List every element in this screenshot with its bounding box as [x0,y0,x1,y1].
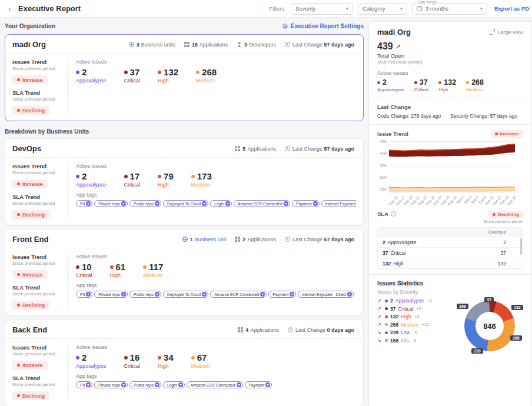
app-tag[interactable]: Public repo [129,291,161,298]
app-tag[interactable]: Deployed To Cloud [163,291,208,298]
app-tag[interactable]: Public repo [129,200,161,207]
clock-icon [285,42,290,47]
active-issues-block: Active issues 2 Appoxalypse 17 Critical [68,163,356,219]
since-label: Since previous period [12,201,62,206]
tag-badge-icon [290,292,294,297]
since-label: Since previous period [12,382,62,387]
increase-badge: Increase [12,179,48,188]
declining-badge: Declining [12,301,49,310]
tag-badge-icon [155,382,159,387]
trend-arrow-icon [377,322,383,327]
app-tag[interactable]: Login [163,381,185,388]
app-tag[interactable]: Amazon ECR Connected [210,291,267,298]
export-button[interactable]: Export as PDF [492,5,530,12]
app-tag[interactable]: Amazon ECR Connected [234,200,290,207]
issue-stat: 10 Critical [76,262,92,278]
app-tag[interactable]: Internet Exposed - Direct [298,291,354,298]
large-view-button[interactable]: Large view [490,29,523,35]
severity-dot [158,356,161,360]
active-issues-label: Active issues [76,59,356,65]
last-change-meta: Last Change 0 days ago [288,327,356,333]
your-organization-label: Your Organization [5,23,55,29]
severity-dot [385,323,388,326]
app-tag[interactable]: Payment [268,291,296,298]
app-tag[interactable]: Private repo [94,381,128,388]
date-range-label: Date range [416,0,438,4]
business-unit-card-frontend[interactable]: Front End 1Business unit 2Applications [5,229,364,316]
app-tag[interactable]: Login [210,200,232,207]
business-unit-card-backend[interactable]: Back End 4Applications Last Change 0 day… [5,320,364,406]
issue-stat: 2 Appoxalypse [377,78,404,92]
topbar-filters: Filters: Severity ▾ Category ▾ Date rang… [270,3,530,15]
page-title: Executive Report [18,4,81,13]
card-meta: 4Applications Last Change 0 days ago [238,327,356,333]
x-axis-label: Sep 8 [478,194,486,208]
tag-badge-icon [284,201,288,206]
tag-badge-icon [202,292,207,297]
issue-stat: 132 High [438,78,456,92]
severity-dot [158,175,161,178]
card-header: DevOps 5Applications Last Change 57 days… [5,139,363,158]
since-label: Since previous period [484,219,523,224]
severity-dot [377,81,380,84]
meta-icon [129,42,134,47]
panel-active-issues-row: 2 Appoxalypse 37 Critical 132 High 268 M… [377,78,523,92]
x-axis-label: Aug 23 [418,194,426,208]
severity-legend-item: 268 Medium +12 [377,322,454,328]
issue-stat: 37 Critical [124,67,141,84]
card-body: Issues Trend Since previous period Incre… [5,339,363,406]
trends-column: Issues Trend Since previous period Incre… [12,163,68,219]
table-row: 2Appoxalypse 2 [378,237,523,247]
report-settings-link[interactable]: Executive Report Settings [282,23,364,29]
severity-legend-item: 2 Appoxalypse +2 [377,298,454,304]
tag-badge-icon [86,382,91,387]
card-title: Front End [12,235,48,244]
date-range-dropdown[interactable]: Date range 3 months ▾ [412,3,487,15]
donut-label-info: 168 [457,304,468,309]
issues-by-severity-label: Issues by Severity [377,289,523,295]
previous-period-label: (415 Previous period) [377,59,523,65]
export-label: Export as PDF [494,5,530,12]
gear-icon [282,23,288,29]
app-tag[interactable]: Deployed To Cloud [163,200,208,207]
severity-dot [385,339,388,342]
app-tag[interactable]: Private repo [94,291,128,298]
clock-icon [288,327,293,332]
severity-dot [124,71,128,74]
trend-up-icon: ↗ [395,43,401,51]
app-tag[interactable]: PII [76,381,92,388]
app-tag[interactable]: PII [76,200,92,207]
org-card-body: Issues Trend Since previous period Incre… [5,54,363,121]
card-title: Back End [12,325,47,334]
active-issues-block: Active issues 2 Appoxalypse 16 Critical [68,344,356,400]
expand-icon [490,29,495,35]
issue-trend-label: Issue Trend [377,131,408,137]
app-tag[interactable]: PII [76,291,92,298]
severity-dot [76,175,79,178]
card-meta-item: 1Business unit [182,237,227,242]
table-scrollbar[interactable] [520,238,522,255]
chart-x-axis: Aug 15 Aug 17 Aug 19 Aug 21 Aug 23 Aug 2… [389,194,523,208]
donut-total: 846 [476,312,504,340]
category-filter-dropdown[interactable]: Category ▾ [358,3,407,15]
issues-trend-label: Issues Trend [12,163,62,169]
app-tag[interactable]: Amazon ECR Connected [187,381,243,388]
app-tag[interactable]: Payment [292,200,320,207]
back-icon[interactable]: ‹ [6,4,14,13]
severity-dot [158,71,161,74]
last-change-meta: Last Change 57 days ago [285,237,356,242]
since-label: Since previous period [12,261,62,266]
card-meta-item: 4Applications [238,327,279,333]
org-card[interactable]: madi Org 3Business units 18Applications [5,34,364,121]
app-tag[interactable]: Internet Exposed - Direct [321,200,356,207]
app-tag[interactable]: Private repo [94,200,128,207]
app-tag[interactable]: Payment [245,381,272,388]
sla-trend-label: SLA Trend [12,89,62,96]
card-body: Issues Trend Since previous period Incre… [5,248,363,315]
severity-filter-dropdown[interactable]: Severity ▾ [291,3,353,15]
app-tag[interactable]: Public repo [129,381,161,388]
business-unit-card-devops[interactable]: DevOps 5Applications Last Change 57 days… [5,138,364,225]
x-axis-label: Sep 4 [463,194,471,208]
info-icon[interactable] [391,211,396,217]
divider [369,124,531,125]
